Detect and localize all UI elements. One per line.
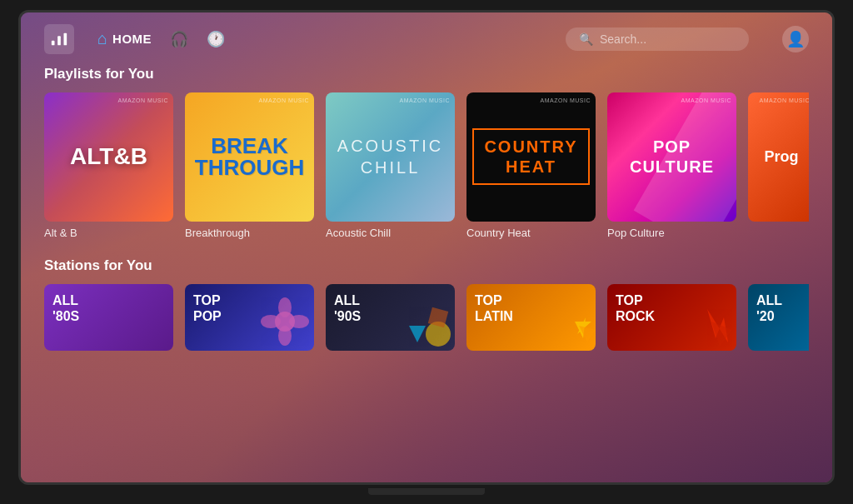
- playlist-card-prog[interactable]: Prog amazon music: [748, 92, 809, 239]
- playlist-card-acoustic[interactable]: ACOUSTICCHILL amazon music Acoustic Chil…: [326, 92, 455, 239]
- search-placeholder: Search...: [600, 32, 646, 46]
- playlists-section: Playlists for You ALT&B amazon music Alt…: [21, 66, 832, 239]
- navbar: ⌂ HOME 🎧 🕐 🔍 Search... 👤: [21, 12, 832, 66]
- all90s-text: ALL'90S: [334, 292, 361, 324]
- stations-row: ALL'80S TOPPOP: [44, 284, 809, 351]
- altb-text: ALT&B: [70, 144, 147, 170]
- shapes-deco: [397, 292, 455, 351]
- svg-point-6: [261, 315, 281, 328]
- app-logo[interactable]: [44, 24, 74, 54]
- all80s-text: ALL'80S: [52, 292, 79, 324]
- tv-body: ⌂ HOME 🎧 🕐 🔍 Search... 👤: [18, 10, 835, 495]
- amazon-badge-altb: amazon music: [118, 97, 168, 103]
- playlists-title: Playlists for You: [44, 66, 809, 82]
- nav-mymusic[interactable]: 🎧: [170, 30, 188, 48]
- svg-point-7: [289, 315, 309, 328]
- stations-title: Stations for You: [44, 257, 809, 274]
- profile-button[interactable]: 👤: [782, 26, 809, 52]
- playlist-card-breakthrough[interactable]: BREAKTHROUGH amazon music Breakthrough: [185, 92, 314, 239]
- svg-rect-2: [64, 32, 67, 45]
- all20s-text: ALL'20: [756, 292, 782, 324]
- playlist-card-altb[interactable]: ALT&B amazon music Alt & B: [44, 92, 173, 239]
- nav-home-label: HOME: [112, 32, 152, 46]
- svg-point-5: [278, 326, 292, 346]
- history-icon: 🕐: [207, 30, 225, 48]
- tv-stand: [18, 485, 835, 495]
- station-card-toplatin[interactable]: TOPLATIN: [466, 284, 596, 351]
- playlist-thumb-prog: Prog amazon music: [748, 92, 809, 222]
- toprock-text: TOPROCK: [616, 292, 655, 324]
- acoustic-label: Acoustic Chill: [326, 227, 455, 239]
- nav-items: ⌂ HOME 🎧 🕐: [97, 29, 225, 48]
- toplatin-text: TOPLATIN: [475, 292, 513, 324]
- rock-deco: [678, 292, 736, 351]
- amazon-badge-breakthrough: amazon music: [259, 97, 309, 103]
- breakthrough-text: BREAKTHROUGH: [195, 135, 304, 178]
- country-label: Country Heat: [466, 227, 596, 239]
- prog-text: Prog: [764, 148, 798, 166]
- amazon-badge-acoustic: amazon music: [400, 97, 450, 103]
- breakthrough-label: Breakthrough: [185, 227, 314, 239]
- toppop-text: TOPPOP: [193, 292, 222, 324]
- station-card-toprock[interactable]: TOPROCK: [607, 284, 736, 351]
- playlist-thumb-altb: ALT&B amazon music: [44, 92, 173, 222]
- country-text: COUNTRYHEAT: [472, 128, 589, 185]
- search-bar[interactable]: 🔍 Search...: [566, 27, 749, 51]
- tv-screen: ⌂ HOME 🎧 🕐 🔍 Search... 👤: [18, 10, 835, 485]
- station-card-all80s[interactable]: ALL'80S: [44, 284, 173, 351]
- search-icon: 🔍: [579, 32, 593, 46]
- amazon-badge-popculture: amazon music: [681, 97, 731, 103]
- headphones-icon: 🎧: [170, 30, 188, 48]
- amazon-badge-prog: amazon music: [760, 97, 809, 103]
- amazon-badge-country: amazon music: [541, 97, 591, 103]
- svg-rect-1: [57, 36, 61, 45]
- playlist-thumb-acoustic: ACOUSTICCHILL amazon music: [326, 92, 455, 222]
- altb-label: Alt & B: [44, 227, 173, 239]
- profile-icon: 👤: [786, 30, 805, 48]
- popculture-text: POPCULTURE: [630, 137, 714, 177]
- playlist-card-country[interactable]: COUNTRYHEAT amazon music Country Heat: [466, 92, 596, 239]
- playlist-thumb-breakthrough: BREAKTHROUGH amazon music: [185, 92, 314, 222]
- playlist-card-popculture[interactable]: POPCULTURE amazon music Pop Culture: [607, 92, 736, 239]
- station-card-toppop[interactable]: TOPPOP: [185, 284, 314, 351]
- nav-recent[interactable]: 🕐: [207, 30, 225, 48]
- star-deco: [537, 292, 596, 351]
- stations-section: Stations for You ALL'80S TOPPOP: [21, 257, 832, 351]
- svg-point-4: [278, 297, 292, 317]
- home-icon: ⌂: [97, 29, 107, 48]
- logo-icon: [50, 30, 68, 48]
- station-card-all90s[interactable]: ALL'90S: [326, 284, 455, 351]
- svg-marker-9: [409, 326, 426, 342]
- playlists-row: ALT&B amazon music Alt & B BREAKTHROUGH: [44, 92, 809, 239]
- stand-bar: [368, 488, 485, 495]
- svg-rect-0: [52, 40, 55, 45]
- nav-home[interactable]: ⌂ HOME: [97, 29, 152, 48]
- station-card-all20s[interactable]: ALL'20: [748, 284, 809, 351]
- popculture-label: Pop Culture: [607, 227, 736, 239]
- playlist-thumb-country: COUNTRYHEAT amazon music: [466, 92, 596, 222]
- playlist-thumb-popculture: POPCULTURE amazon music: [607, 92, 736, 222]
- acoustic-text: ACOUSTICCHILL: [337, 135, 443, 178]
- flower-deco: [256, 292, 314, 351]
